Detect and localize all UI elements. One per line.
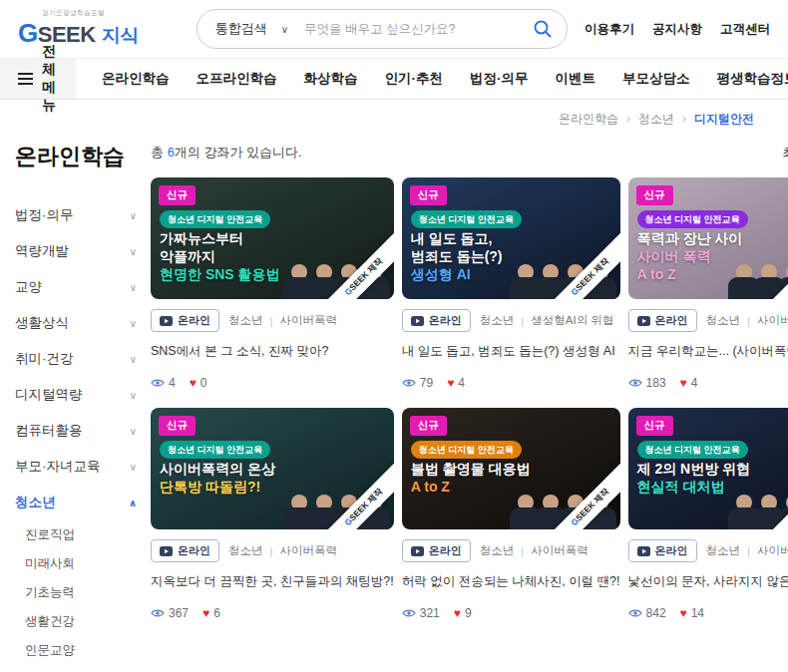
course-tag[interactable]: 사이버폭력 <box>280 313 338 328</box>
course-description: 낯선이의 문자, 사라지지 않은 N번방?! <box>628 573 788 589</box>
chevron-down-icon: ∨ <box>281 24 288 35</box>
course-category[interactable]: 청소년 <box>706 543 741 558</box>
course-card[interactable]: 신규 청소년 디지털 안전교육 제 2의 N번방 위협현실적 대처법 GSEEK… <box>628 408 788 620</box>
sidebar-item[interactable]: 부모·자녀교육∨ <box>15 449 137 485</box>
sidebar-subitem[interactable]: 문화예술 <box>15 665 137 672</box>
nav-item[interactable]: 온라인학습 <box>102 70 170 88</box>
play-icon <box>411 316 424 326</box>
sidebar-item-youth[interactable]: 청소년∧ <box>15 485 137 520</box>
nav-item[interactable]: 화상학습 <box>304 70 358 88</box>
sidebar-subitem[interactable]: 미래사회 <box>15 549 137 578</box>
new-badge: 신규 <box>636 185 673 205</box>
sidebar-item[interactable]: 생활상식∨ <box>15 305 137 341</box>
sidebar-item-label: 디지털역량 <box>15 386 83 404</box>
search-category-label: 통합검색 <box>215 20 267 38</box>
course-tag[interactable]: 생성형AI의 위협 <box>531 313 613 328</box>
course-description: SNS에서 본 그 소식, 진짜 맞아? <box>151 343 394 359</box>
course-thumbnail: 신규 청소년 디지털 안전교육 내 일도 돕고,범죄도 돕는(?)생성형 AI … <box>402 177 620 299</box>
play-icon <box>637 546 650 556</box>
course-description: 지옥보다 더 끔찍한 곳, 친구들과의 채팅방?! <box>151 573 394 589</box>
online-type-badge: 온라인 <box>628 539 697 562</box>
play-icon <box>160 316 173 326</box>
breadcrumb-link[interactable]: 청소년 <box>638 112 674 126</box>
course-category[interactable]: 청소년 <box>228 543 263 558</box>
course-tag[interactable]: 사이버폭력 <box>757 313 788 328</box>
course-description: 허락 없이 전송되는 나체사진, 이럴 땐?! <box>402 573 620 589</box>
search-category-select[interactable]: 통합검색 ∨ <box>215 20 288 38</box>
sidebar-item[interactable]: 역량개발∨ <box>15 233 137 269</box>
sidebar-item-label: 역량개발 <box>15 242 69 260</box>
course-tag[interactable]: 사이버폭력 <box>280 543 338 558</box>
course-category[interactable]: 청소년 <box>480 543 515 558</box>
all-menu-button[interactable]: 전체메뉴 <box>0 59 76 99</box>
search-button[interactable] <box>533 19 553 39</box>
course-card[interactable]: 신규 청소년 디지털 안전교육 폭력과 장난 사이사이버 폭력A to Z GS… <box>628 177 788 390</box>
views-stat: 321 <box>402 606 440 620</box>
course-count-number: 6 <box>168 145 175 160</box>
sort-label: 최신순 <box>783 145 788 162</box>
sidebar-item[interactable]: 컴퓨터활용∨ <box>15 413 137 449</box>
sidebar-item[interactable]: 취미·건강∨ <box>15 341 137 377</box>
course-tag[interactable]: 사이버성범죄 <box>757 543 788 558</box>
new-badge: 신규 <box>410 416 447 436</box>
online-type-badge: 온라인 <box>628 309 697 332</box>
sort-dropdown[interactable]: 최신순 ∨ <box>783 145 788 162</box>
course-description: 지금 우리학교는... (사이버폭력 ver.) <box>628 343 788 359</box>
likes-stat: ♥ 4 <box>680 376 698 390</box>
play-icon <box>411 546 424 556</box>
thumbnail-series-badge: 청소년 디지털 안전교육 <box>411 441 522 459</box>
likes-stat: ♥ 14 <box>680 606 704 620</box>
likes-icon: ♥ <box>190 377 197 389</box>
search-input[interactable] <box>304 22 533 36</box>
sidebar-item[interactable]: 법정·의무∨ <box>15 197 137 233</box>
header-link[interactable]: 이용후기 <box>585 21 634 38</box>
nav-item[interactable]: 오프라인학습 <box>197 70 277 88</box>
chevron-down-icon: ∨ <box>130 462 137 473</box>
sidebar-subitem[interactable]: 진로직업 <box>15 520 137 549</box>
sidebar-subitem[interactable]: 인문교양 <box>15 636 137 665</box>
breadcrumb-current[interactable]: 디지털안전 <box>694 112 754 126</box>
sidebar-item-label: 교양 <box>15 278 42 296</box>
logo-g: G <box>18 18 38 49</box>
chevron-down-icon: ∨ <box>130 390 137 401</box>
course-category[interactable]: 청소년 <box>480 313 515 328</box>
sidebar-subitem[interactable]: 생활건강 <box>15 607 137 636</box>
course-card[interactable]: 신규 청소년 디지털 안전교육 내 일도 돕고,범죄도 돕는(?)생성형 AI … <box>402 177 620 390</box>
thumbnail-title: 가짜뉴스부터악플까지현명한 SNS 활용법 <box>160 229 280 283</box>
course-thumbnail: 신규 청소년 디지털 안전교육 사이버폭력의 온상단톡방 따돌림?! GSEEK… <box>151 408 394 529</box>
likes-icon: ♥ <box>454 607 461 619</box>
tag-divider: | <box>270 315 273 327</box>
online-type-label: 온라인 <box>429 543 462 558</box>
likes-stat: ♥ 6 <box>202 606 220 620</box>
course-thumbnail: 신규 청소년 디지털 안전교육 폭력과 장난 사이사이버 폭력A to Z GS… <box>628 177 788 299</box>
header-link[interactable]: 고객센터 <box>720 21 770 38</box>
course-tag[interactable]: 사이버폭력 <box>531 543 589 558</box>
breadcrumb-link[interactable]: 온라인학습 <box>559 112 618 126</box>
course-card[interactable]: 신규 청소년 디지털 안전교육 불법 촬영물 대응법A to Z GSEEK 제… <box>402 408 620 620</box>
course-card[interactable]: 신규 청소년 디지털 안전교육 가짜뉴스부터악플까지현명한 SNS 활용법 GS… <box>151 177 394 390</box>
nav-item[interactable]: 부모상담소 <box>622 70 690 88</box>
breadcrumb: 온라인학습›청소년›디지털안전 <box>0 100 788 132</box>
tag-divider: | <box>747 545 750 557</box>
thumbnail-title: 제 2의 N번방 위협현실적 대처법 <box>637 460 751 496</box>
views-stat: 842 <box>628 606 666 620</box>
online-type-badge: 온라인 <box>402 539 471 562</box>
nav-item[interactable]: 인기·추천 <box>385 70 444 88</box>
thumbnail-series-badge: 청소년 디지털 안전교육 <box>160 441 270 459</box>
nav-item[interactable]: 이벤트 <box>556 70 596 88</box>
sidebar-item[interactable]: 디지털역량∨ <box>15 377 137 413</box>
nav-item[interactable]: 평생학습정보 <box>717 70 788 88</box>
course-category[interactable]: 청소년 <box>706 313 741 328</box>
course-thumbnail: 신규 청소년 디지털 안전교육 가짜뉴스부터악플까지현명한 SNS 활용법 GS… <box>151 177 394 299</box>
header-link[interactable]: 공지사항 <box>652 21 702 38</box>
tag-divider: | <box>270 545 273 557</box>
course-card[interactable]: 신규 청소년 디지털 안전교육 사이버폭력의 온상단톡방 따돌림?! GSEEK… <box>151 408 394 620</box>
nav-item[interactable]: 법정·의무 <box>470 70 529 88</box>
play-icon <box>160 546 173 556</box>
sidebar-item[interactable]: 교양∨ <box>15 269 137 305</box>
course-thumbnail: 신규 청소년 디지털 안전교육 불법 촬영물 대응법A to Z GSEEK 제… <box>402 408 620 529</box>
main-nav: 전체메뉴 온라인학습오프라인학습화상학습인기·추천법정·의무이벤트부모상담소평생… <box>0 58 788 100</box>
online-type-badge: 온라인 <box>151 309 219 332</box>
course-category[interactable]: 청소년 <box>228 313 263 328</box>
sidebar-subitem[interactable]: 기초능력 <box>15 578 137 607</box>
